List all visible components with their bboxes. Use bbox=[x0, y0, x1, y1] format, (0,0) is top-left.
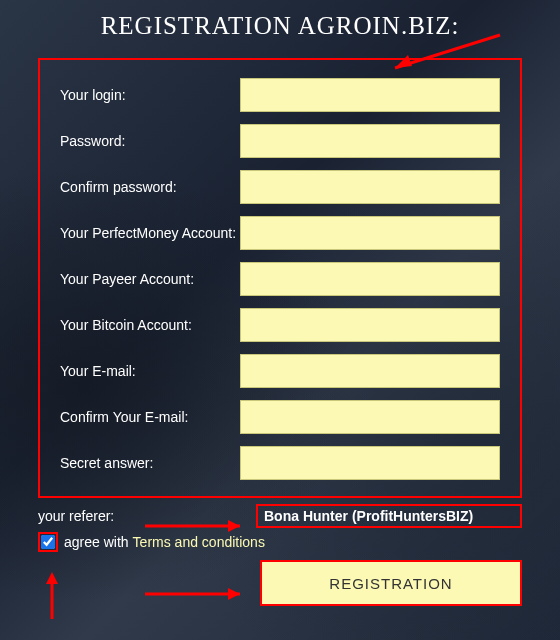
field-row-email: Your E-mail: bbox=[60, 354, 500, 388]
agree-checkbox-highlight bbox=[38, 532, 58, 552]
email-label: Your E-mail: bbox=[60, 363, 240, 379]
secret-input[interactable] bbox=[240, 446, 500, 480]
confirm-email-label: Confirm Your E-mail: bbox=[60, 409, 240, 425]
confirm-password-label: Confirm password: bbox=[60, 179, 240, 195]
referer-value: Bona Hunter (ProfitHuntersBIZ) bbox=[256, 504, 522, 528]
registration-form-box: Your login: Password: Confirm password: … bbox=[38, 58, 522, 498]
field-row-secret: Secret answer: bbox=[60, 446, 500, 480]
agree-text: agree with bbox=[64, 534, 129, 550]
login-input[interactable] bbox=[240, 78, 500, 112]
payeer-label: Your Payeer Account: bbox=[60, 271, 240, 287]
page-title: REGISTRATION AGROIN.BIZ: bbox=[38, 12, 522, 40]
referer-label: your referer: bbox=[38, 508, 130, 524]
agree-row: agree with Terms and conditions bbox=[38, 532, 522, 552]
referer-row: your referer: Bona Hunter (ProfitHunters… bbox=[38, 504, 522, 528]
perfectmoney-input[interactable] bbox=[240, 216, 500, 250]
confirm-password-input[interactable] bbox=[240, 170, 500, 204]
password-input[interactable] bbox=[240, 124, 500, 158]
field-row-confirm-email: Confirm Your E-mail: bbox=[60, 400, 500, 434]
field-row-confirm-password: Confirm password: bbox=[60, 170, 500, 204]
perfectmoney-label: Your PerfectMoney Account: bbox=[60, 225, 240, 241]
bitcoin-label: Your Bitcoin Account: bbox=[60, 317, 240, 333]
login-label: Your login: bbox=[60, 87, 240, 103]
registration-button[interactable]: REGISTRATION bbox=[260, 560, 522, 606]
email-input[interactable] bbox=[240, 354, 500, 388]
agree-checkbox[interactable] bbox=[41, 535, 55, 549]
terms-link[interactable]: Terms and conditions bbox=[133, 534, 265, 550]
field-row-payeer: Your Payeer Account: bbox=[60, 262, 500, 296]
payeer-input[interactable] bbox=[240, 262, 500, 296]
field-row-bitcoin: Your Bitcoin Account: bbox=[60, 308, 500, 342]
confirm-email-input[interactable] bbox=[240, 400, 500, 434]
field-row-login: Your login: bbox=[60, 78, 500, 112]
field-row-perfectmoney: Your PerfectMoney Account: bbox=[60, 216, 500, 250]
password-label: Password: bbox=[60, 133, 240, 149]
bitcoin-input[interactable] bbox=[240, 308, 500, 342]
secret-label: Secret answer: bbox=[60, 455, 240, 471]
field-row-password: Password: bbox=[60, 124, 500, 158]
